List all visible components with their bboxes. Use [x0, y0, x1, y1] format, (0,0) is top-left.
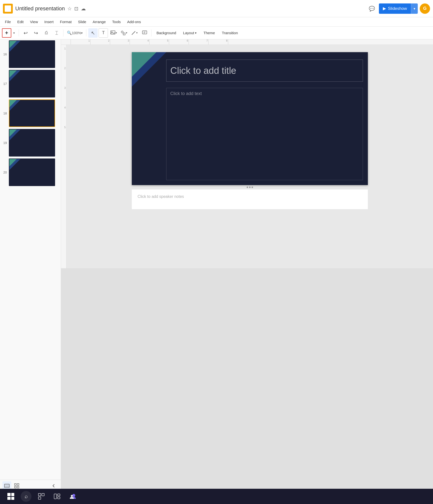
svg-rect-32	[58, 497, 60, 499]
slide-thumbnail-16[interactable]	[9, 40, 55, 68]
slideshow-button[interactable]: ▶ Slideshow ▾	[379, 3, 418, 14]
transition-button[interactable]: Transition	[219, 28, 241, 38]
avatar[interactable]: G	[420, 3, 430, 14]
slide-number-20: 20	[2, 171, 7, 174]
separator-1	[19, 30, 19, 36]
menu-addons[interactable]: Add-ons	[124, 19, 144, 25]
menu-view[interactable]: View	[27, 19, 41, 25]
ruler-mark-2: 2	[90, 39, 110, 45]
win-square-4	[11, 497, 15, 500]
speaker-notes[interactable]: Click to add speaker notes	[132, 189, 368, 209]
zoom-button[interactable]: 🔍 100% ▾	[65, 28, 84, 38]
add-slide-button[interactable]: +	[2, 28, 11, 38]
theme-button[interactable]: Theme	[200, 28, 218, 38]
svg-point-34	[71, 495, 73, 497]
toolbar: + ▾ ↩ ↪ ⎙ ⌶ 🔍 100% ▾ ↖ T ▾ ▾ ▾	[0, 27, 433, 39]
svg-rect-27	[38, 493, 41, 496]
slide-canvas-wrapper[interactable]: Click to add title Click to add text	[66, 45, 433, 268]
background-button[interactable]: Background	[153, 28, 179, 38]
comment-icon	[142, 30, 147, 36]
menu-format[interactable]: Format	[57, 19, 75, 25]
add-slide-arrow-button[interactable]: ▾	[11, 28, 17, 38]
slide-item-20[interactable]: 20	[0, 158, 61, 187]
app-logo	[3, 4, 13, 14]
svg-point-33	[72, 494, 75, 497]
chevron-left-icon	[52, 484, 56, 488]
shapes-icon	[120, 30, 126, 36]
slide-item-18[interactable]: 18	[0, 98, 61, 128]
win-square-2	[11, 493, 15, 496]
zoom-arrow-icon: ▾	[81, 31, 83, 35]
layout-label: Layout	[183, 31, 194, 35]
print-button[interactable]: ⎙	[42, 28, 51, 38]
taskbar-windows-button[interactable]	[5, 490, 17, 502]
svg-rect-5	[142, 31, 147, 34]
taskbar-teams-button[interactable]	[67, 490, 79, 502]
title-area: Untitled presentation ☆ ⊡ ☁	[15, 5, 365, 12]
slide-thumbnail-18[interactable]	[9, 99, 55, 127]
menu-edit[interactable]: Edit	[14, 19, 27, 25]
comment-button[interactable]: 💬	[367, 4, 377, 14]
slide-body-placeholder[interactable]: Click to add text	[166, 88, 363, 180]
slideshow-main-button[interactable]: ▶ Slideshow	[379, 3, 411, 14]
teams-icon	[69, 492, 77, 500]
presentation-title[interactable]: Untitled presentation	[15, 5, 65, 12]
svg-rect-24	[17, 486, 19, 488]
corner-accent-19	[9, 129, 24, 144]
line-arrow-icon: ▾	[136, 31, 138, 34]
win-square-1	[7, 493, 11, 496]
cloud-icon[interactable]: ☁	[81, 6, 86, 12]
slide-item-16[interactable]: 16	[0, 39, 61, 69]
app-logo-inner	[5, 5, 11, 12]
separator-2	[63, 30, 63, 36]
taskbar: ⌕	[0, 489, 433, 504]
layout-arrow-icon: ▾	[195, 31, 196, 35]
cursor-tool-button[interactable]: ↖	[88, 28, 98, 38]
slide-number-17: 17	[2, 82, 7, 86]
paint-format-button[interactable]: ⌶	[52, 28, 61, 38]
ruler-mark-4: 4	[130, 39, 149, 45]
star-icon[interactable]: ☆	[67, 6, 72, 12]
windows-icon	[7, 493, 14, 500]
main-content: 16 17 18	[0, 39, 433, 492]
comment-add-button[interactable]	[140, 28, 149, 38]
slide-thumbnail-19[interactable]	[9, 129, 55, 157]
layout-button[interactable]: Layout ▾	[180, 28, 199, 38]
textbox-button[interactable]: T	[99, 28, 108, 38]
menu-tools[interactable]: Tools	[109, 19, 124, 25]
menu-insert[interactable]: Insert	[41, 19, 57, 25]
slideshow-arrow-button[interactable]: ▾	[411, 3, 418, 14]
ruler-left: 1 2 3 4 5	[61, 45, 66, 268]
slide-canvas[interactable]: Click to add title Click to add text	[132, 52, 368, 185]
slide-editor-container: 1 2 3 4 5 Cl	[61, 45, 433, 268]
shapes-button[interactable]: ▾	[119, 28, 129, 38]
menu-bar: File Edit View Insert Format Slide Arran…	[0, 17, 433, 27]
dots-indicator	[132, 185, 368, 189]
slide-item-17[interactable]: 17	[0, 69, 61, 98]
redo-button[interactable]: ↪	[31, 28, 41, 38]
slide-thumbnail-20[interactable]	[9, 158, 55, 186]
slide-item-19[interactable]: 19	[0, 128, 61, 158]
slide-title-placeholder[interactable]: Click to add title	[166, 60, 363, 82]
slide-number-18: 18	[2, 111, 7, 115]
separator-4	[151, 30, 151, 36]
bookmark-icon[interactable]: ⊡	[74, 6, 78, 12]
taskbar-task-view-button[interactable]	[35, 490, 47, 502]
image-icon	[110, 30, 116, 36]
dot-3	[252, 187, 253, 188]
slide-number-16: 16	[2, 52, 7, 56]
svg-rect-23	[15, 486, 16, 488]
line-button[interactable]: ▾	[130, 28, 139, 38]
slide-thumbnail-17[interactable]	[9, 70, 55, 97]
taskbar-snap-button[interactable]	[51, 490, 63, 502]
image-button[interactable]: ▾	[109, 28, 118, 38]
undo-button[interactable]: ↩	[21, 28, 30, 38]
zoom-label: 100%	[72, 31, 81, 35]
ruler-mark-3: 3	[110, 39, 130, 45]
taskbar-search-button[interactable]: ⌕	[21, 491, 31, 502]
menu-file[interactable]: File	[2, 19, 14, 25]
corner-accent-20	[9, 159, 24, 174]
panel-spacer	[0, 187, 61, 480]
menu-arrange[interactable]: Arrange	[90, 19, 109, 25]
menu-slide[interactable]: Slide	[75, 19, 89, 25]
